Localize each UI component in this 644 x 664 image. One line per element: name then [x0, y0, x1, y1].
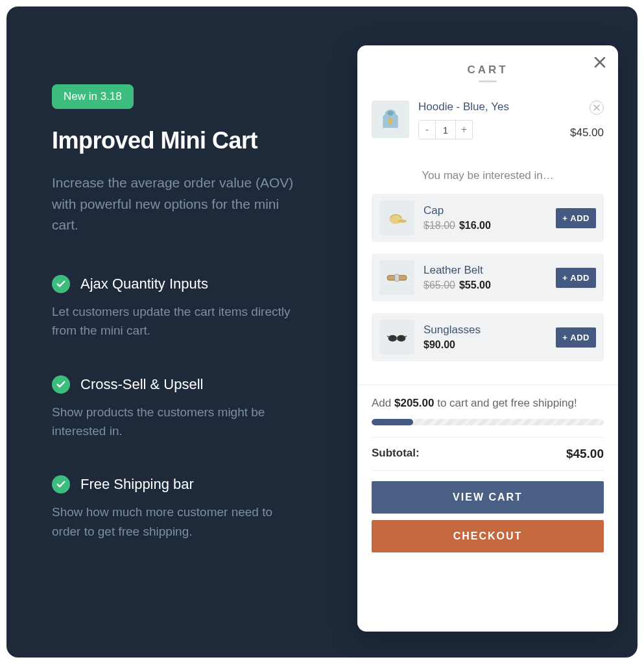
- qty-increase-button[interactable]: +: [455, 121, 472, 139]
- reco-name: Leather Belt: [423, 264, 547, 277]
- view-cart-button[interactable]: VIEW CART: [372, 481, 604, 514]
- svg-rect-2: [389, 118, 392, 123]
- cart-title: CART: [372, 64, 604, 77]
- promo-headline: Improved Mini Cart: [52, 127, 344, 154]
- plus-icon: +: [562, 213, 567, 223]
- close-icon[interactable]: [592, 54, 608, 70]
- plus-icon: +: [562, 333, 567, 342]
- plus-icon: +: [562, 273, 567, 283]
- check-icon: [52, 375, 70, 394]
- svg-point-11: [397, 335, 405, 342]
- feature-cross-sell: Cross-Sell & Upsell Show products the cu…: [52, 375, 298, 441]
- reco-name: Sunglasses: [423, 324, 547, 337]
- promo-column: New in 3.18 Improved Mini Cart Increase …: [52, 45, 344, 632]
- free-shipping-text: Add $205.00 to cart and get free shippin…: [372, 397, 604, 410]
- reco-old-price: $18.00: [423, 220, 455, 231]
- feature-title: Ajax Quantity Inputs: [80, 276, 208, 292]
- recommendation-item: Cap $18.00$16.00 + ADD: [372, 194, 604, 242]
- subtotal-row: Subtotal: $45.00: [372, 437, 604, 471]
- feature-title: Free Shipping bar: [80, 476, 194, 493]
- reco-old-price: $65.00: [423, 279, 455, 290]
- product-thumb-sunglasses: [379, 320, 414, 355]
- progress-fill: [372, 419, 413, 425]
- feature-desc: Show how much more customer need to orde…: [52, 503, 298, 541]
- ship-amount: $205.00: [394, 397, 434, 409]
- product-thumb-hoodie: [372, 101, 409, 138]
- ship-suffix: to cart and get free shipping!: [434, 397, 577, 409]
- svg-rect-12: [396, 337, 398, 339]
- svg-rect-9: [395, 274, 400, 281]
- add-to-cart-button[interactable]: + ADD: [556, 268, 596, 288]
- mini-cart-panel: CART Hoodie - Blue, Yes - + $45.00: [357, 45, 618, 632]
- subtotal-label: Subtotal:: [372, 447, 420, 461]
- check-icon: [52, 275, 70, 293]
- cart-item-price: $45.00: [570, 126, 604, 139]
- add-label: ADD: [570, 273, 590, 283]
- add-to-cart-button[interactable]: + ADD: [556, 208, 596, 228]
- check-icon: [52, 475, 70, 493]
- free-shipping-progress: [372, 419, 604, 425]
- feature-desc: Show products the customers might be int…: [52, 403, 298, 441]
- svg-line-14: [405, 336, 407, 337]
- quantity-stepper[interactable]: - +: [418, 120, 473, 139]
- reco-new-price: $16.00: [459, 220, 491, 231]
- add-label: ADD: [570, 213, 590, 223]
- feature-desc: Let customers update the cart items dire…: [52, 302, 298, 340]
- recommendation-item: Sunglasses $90.00 + ADD: [372, 313, 604, 361]
- cart-item-name: Hoodie - Blue, Yes: [418, 101, 561, 113]
- add-to-cart-button[interactable]: + ADD: [556, 327, 596, 348]
- feature-title: Cross-Sell & Upsell: [80, 376, 204, 393]
- reco-name: Cap: [423, 204, 547, 217]
- reco-new-price: $90.00: [423, 339, 455, 350]
- product-thumb-belt: [379, 260, 414, 295]
- page-stage: New in 3.18 Improved Mini Cart Increase …: [6, 6, 638, 658]
- product-thumb-cap: [379, 200, 414, 235]
- recommendations-heading: You may be interested in…: [372, 169, 604, 182]
- checkout-button[interactable]: CHECKOUT: [372, 520, 604, 552]
- svg-line-13: [387, 336, 389, 337]
- recommendation-item: Leather Belt $65.00$55.00 + ADD: [372, 254, 604, 302]
- version-badge: New in 3.18: [52, 84, 134, 109]
- reco-new-price: $55.00: [459, 279, 491, 290]
- svg-point-6: [398, 220, 407, 223]
- promo-lead: Increase the average order value (AOV) w…: [52, 172, 298, 236]
- svg-point-10: [388, 335, 397, 342]
- qty-decrease-button[interactable]: -: [419, 121, 436, 139]
- ship-prefix: Add: [372, 397, 394, 409]
- feature-free-shipping: Free Shipping bar Show how much more cus…: [52, 475, 298, 541]
- divider: [357, 385, 618, 385]
- qty-input[interactable]: [436, 121, 455, 139]
- remove-item-button[interactable]: [590, 101, 604, 115]
- add-label: ADD: [570, 333, 590, 342]
- feature-ajax-qty: Ajax Quantity Inputs Let customers updat…: [52, 275, 298, 340]
- cart-line-item: Hoodie - Blue, Yes - + $45.00: [372, 101, 604, 139]
- subtotal-value: $45.00: [566, 447, 604, 461]
- title-underline: [479, 80, 497, 82]
